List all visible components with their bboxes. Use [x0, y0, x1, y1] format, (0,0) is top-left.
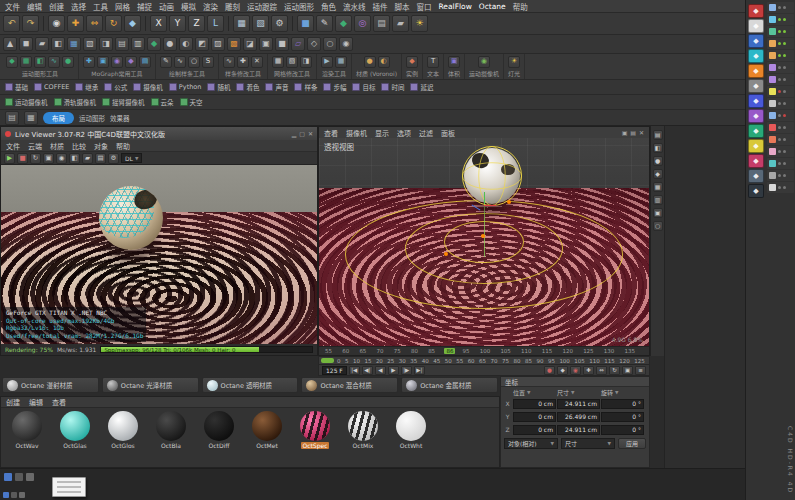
visibility-dot[interactable] — [778, 126, 781, 129]
render-visibility-dot[interactable] — [783, 18, 786, 21]
material-item[interactable]: OctMix — [341, 411, 385, 449]
effector-基础[interactable]: 基础 — [5, 82, 28, 92]
current-frame-marker[interactable]: 86 — [444, 348, 455, 354]
create-material-button[interactable]: Octane 透明材质 — [202, 377, 299, 393]
close-icon[interactable]: ✕ — [308, 130, 313, 137]
render-visibility-dot[interactable] — [783, 126, 786, 129]
film-icon[interactable]: ▰ — [392, 15, 409, 32]
tool-icon[interactable]: ◆ — [147, 37, 161, 51]
menu-编辑[interactable]: 编辑 — [27, 1, 42, 12]
mm-menu-编辑[interactable]: 编辑 — [29, 397, 43, 407]
circle-spline-icon[interactable]: ○ — [188, 56, 200, 68]
object-tree-row[interactable] — [767, 170, 794, 181]
camera-tool-运动摄像机[interactable]: 运动摄像机 — [5, 97, 48, 107]
visibility-dot[interactable] — [778, 54, 781, 57]
size-y-field[interactable]: 26.499 cm — [557, 412, 600, 422]
object-tree-row[interactable] — [767, 2, 794, 13]
object-tree-row[interactable] — [767, 38, 794, 49]
rotation-p-field[interactable]: 0 ° — [601, 412, 644, 422]
vp-menu-选项[interactable]: 选项 — [397, 128, 411, 138]
mograph-tool-icon[interactable]: ◆ — [125, 56, 137, 68]
octane-light-icon[interactable]: ◆ — [748, 64, 764, 78]
render-visibility-dot[interactable] — [783, 114, 786, 117]
create-material-button[interactable]: Octane 金属材质 — [401, 377, 498, 393]
size-z-field[interactable]: 24.911 cm — [557, 425, 600, 435]
material-item[interactable]: OctGlas — [53, 411, 97, 449]
material-thumbnail[interactable] — [156, 411, 186, 441]
menu-流水线[interactable]: 流水线 — [343, 1, 366, 12]
restore-icon[interactable]: ▢ — [299, 130, 305, 137]
object-tree-row[interactable] — [767, 62, 794, 73]
material-icon[interactable]: ● — [364, 56, 376, 68]
tool-icon[interactable]: ◉ — [339, 37, 353, 51]
mograph-tool-icon[interactable]: ▤ — [139, 56, 151, 68]
add-mograph-icon[interactable]: ◆ — [335, 15, 352, 32]
material-thumbnail[interactable] — [12, 411, 42, 441]
menu-选择[interactable]: 选择 — [71, 1, 86, 12]
mesh-icon[interactable]: ▦ — [272, 56, 284, 68]
render-visibility-dot[interactable] — [783, 186, 786, 189]
rotate-icon[interactable]: ↻ — [105, 15, 122, 32]
timeline-ruler[interactable]: 0510152025303540455055606570758085909510… — [318, 356, 650, 365]
live-viewer-titlebar[interactable]: Live Viewer 3.07-R2 中国C4D联盟中文汉化版 ▁ ▢ ✕ — [1, 127, 317, 140]
go-end-button[interactable]: ▶| — [414, 366, 425, 375]
instance-obj-icon[interactable]: ◆ — [406, 56, 418, 68]
effector-延迟[interactable]: 延迟 — [410, 82, 433, 92]
octane-render-canvas[interactable]: GeForce GTX TITAN X .NET NBC Out-of-core… — [1, 165, 317, 344]
mm-menu-创建[interactable]: 创建 — [6, 397, 20, 407]
tool-icon[interactable]: ▨ — [211, 37, 225, 51]
add-cube-icon[interactable]: ■ — [297, 15, 314, 32]
tool-icon[interactable]: ▥ — [131, 37, 145, 51]
view-tool-icon[interactable]: ▦ — [653, 182, 663, 192]
axis-x-gizmo[interactable] — [484, 205, 496, 206]
tool-icon[interactable]: ◼ — [19, 37, 33, 51]
scale-key-icon[interactable]: ⇔ — [596, 366, 607, 375]
octane-render-icon[interactable]: ◆ — [748, 19, 764, 33]
octane-settings-icon[interactable]: ◆ — [748, 4, 764, 18]
rotation-column-select[interactable]: 旋转▼ — [601, 388, 645, 397]
prev-key-button[interactable]: ◀| — [362, 366, 373, 375]
voronoi-icon[interactable]: ◐ — [378, 56, 390, 68]
last-tool-icon[interactable]: ◆ — [124, 15, 141, 32]
effector-COFFEE[interactable]: COFFEE — [34, 83, 69, 91]
settings-icon[interactable]: ⚙ — [108, 153, 119, 164]
position-key-icon[interactable]: ✚ — [583, 366, 594, 375]
size-x-field[interactable]: 24.911 cm — [557, 399, 600, 409]
autokey-icon[interactable]: ◉ — [570, 366, 581, 375]
tool-icon[interactable]: ▤ — [115, 37, 129, 51]
menu-窗口[interactable]: 窗口 — [417, 1, 432, 12]
motion-camera-icon[interactable]: ◉ — [478, 56, 490, 68]
material-thumbnail[interactable] — [252, 411, 282, 441]
tool-icon[interactable]: ◪ — [243, 37, 257, 51]
material-thumbnail[interactable] — [348, 411, 378, 441]
frame-field[interactable]: 125 F — [322, 366, 347, 375]
camera-tool-天空[interactable]: 天空 — [180, 97, 203, 107]
octane-portal-icon[interactable]: ◆ — [748, 154, 764, 168]
object-tree-row[interactable] — [767, 86, 794, 97]
material-thumbnail[interactable] — [300, 411, 330, 441]
fracture-icon[interactable]: ◧ — [34, 56, 46, 68]
menu-脚本[interactable]: 脚本 — [395, 1, 410, 12]
layout-pill-button[interactable]: 布局 — [43, 112, 74, 124]
effector-步幅[interactable]: 步幅 — [323, 82, 346, 92]
view-tool-icon[interactable]: ● — [653, 156, 663, 166]
menu-雕刻[interactable]: 雕刻 — [225, 1, 240, 12]
lv-menu-文件[interactable]: 文件 — [6, 141, 20, 151]
mesh-split-icon[interactable]: ◨ — [300, 56, 312, 68]
effector-随机[interactable]: 随机 — [207, 82, 230, 92]
vp-menu-过滤[interactable]: 过滤 — [419, 128, 433, 138]
matrix-icon[interactable]: ▦ — [20, 56, 32, 68]
spline-cut-icon[interactable]: ✕ — [251, 56, 263, 68]
object-tree-row[interactable] — [767, 110, 794, 121]
octane-tag-icon[interactable]: ◆ — [748, 184, 764, 198]
material-thumbnail[interactable] — [108, 411, 138, 441]
play-icon[interactable]: ▶ — [4, 153, 15, 164]
visibility-dot[interactable] — [778, 150, 781, 153]
octane-scatter-icon[interactable]: ◆ — [748, 169, 764, 183]
stop-icon[interactable]: ■ — [17, 153, 28, 164]
spline-add-icon[interactable]: ✚ — [237, 56, 249, 68]
view-tool-icon[interactable]: ▤ — [653, 130, 663, 140]
region-icon[interactable]: ◧ — [69, 153, 80, 164]
render-icon[interactable]: ▶ — [321, 56, 333, 68]
tracer-icon[interactable]: ∿ — [48, 56, 60, 68]
